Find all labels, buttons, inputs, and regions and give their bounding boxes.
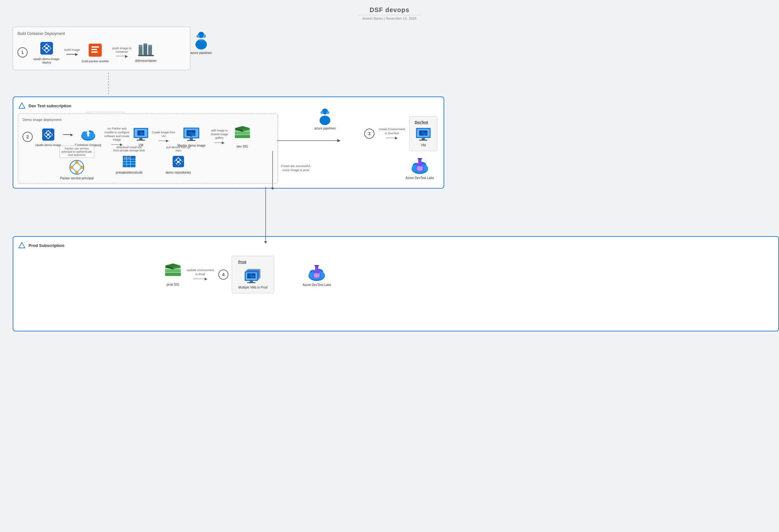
svg-rect-61 xyxy=(187,140,195,141)
update-env-label: Update environment in Prod xyxy=(186,268,215,276)
demo-repos-icon xyxy=(170,153,187,170)
svg-point-30 xyxy=(326,111,329,114)
container-icon xyxy=(137,42,155,58)
prod-label: Prod xyxy=(238,260,267,264)
svg-rect-16 xyxy=(143,44,147,45)
packer-sp-item: Packer use service principal to authenti… xyxy=(59,146,94,180)
svg-rect-19 xyxy=(138,55,154,56)
packer-ansible-item: build-packer-ansible xyxy=(82,42,109,63)
svg-point-28 xyxy=(319,116,330,125)
svg-rect-139 xyxy=(315,266,318,270)
svg-rect-45 xyxy=(87,133,89,136)
svg-marker-116 xyxy=(337,139,341,142)
svg-rect-15 xyxy=(143,44,147,56)
packer-ansible-icon xyxy=(87,42,104,58)
packer-sp-action-label: Packer use service principal to authenti… xyxy=(59,146,94,158)
step-1-circle: 1 xyxy=(17,47,27,57)
dev-sub-header: Dev Test subscription xyxy=(18,102,439,110)
svg-rect-114 xyxy=(418,158,422,159)
repo-label: uipath-demo-image-deploy xyxy=(31,57,62,64)
svg-rect-134 xyxy=(247,282,255,283)
svg-point-22 xyxy=(196,35,199,38)
step-4-circle: 4 xyxy=(218,270,229,280)
dev-sig-label: dev SIG xyxy=(237,145,248,148)
azure-icon-dev xyxy=(18,102,26,110)
svg-text:10: 10 xyxy=(124,157,126,159)
demo-deploy-box: Demo image deployment 2 xyxy=(18,114,278,183)
svg-rect-113 xyxy=(418,159,421,163)
svg-point-79 xyxy=(80,166,83,169)
devtest-vm-label: VM xyxy=(421,143,426,147)
svg-point-77 xyxy=(75,161,78,164)
svg-marker-100 xyxy=(271,188,274,190)
page-title: DSF devops xyxy=(6,6,773,14)
svg-rect-140 xyxy=(314,265,319,266)
devtest-vm-icon xyxy=(415,127,432,142)
prod-sig-item: prod SIG xyxy=(164,263,182,286)
dev-sub-label: Dev Test subscription xyxy=(28,104,71,108)
master-image-icon xyxy=(182,126,200,143)
azure-pipelines-top: azure pipelines xyxy=(190,30,212,55)
demo-repos-label: demo repositories xyxy=(166,171,191,174)
devtest-vm-item: VM xyxy=(415,127,432,147)
container-instance-icon xyxy=(80,127,97,142)
pull-demos-label: pull demos from git repo xyxy=(164,146,193,152)
svg-rect-10 xyxy=(92,46,99,48)
vertical-dev-to-prod xyxy=(265,187,266,244)
vm-icon xyxy=(132,127,149,142)
azure-icon-prod xyxy=(18,241,26,249)
download-action-label: download install kits from private stora… xyxy=(113,146,145,152)
bottom-items: Packer use service principal to authenti… xyxy=(59,146,193,180)
header-subtitle: Andrei Barbu | November 14, 2024 xyxy=(6,16,773,20)
step-2-circle: 2 xyxy=(22,132,33,142)
build-label: build-packer-ansible xyxy=(82,59,109,63)
svg-rect-12 xyxy=(92,51,98,53)
multi-vm-label: Multiple VMs in Prod xyxy=(238,286,267,289)
vertical-to-prod xyxy=(272,151,273,189)
diagram-container: Build Container Deployment 1 xyxy=(6,27,773,532)
demo-repo-item: uipath-demo-image xyxy=(35,127,61,146)
azure-pipelines-icon-top xyxy=(191,30,211,50)
prod-flow-row: prod SIG Update environment in Prod ▶ 4 … xyxy=(164,256,774,293)
demo-repos-item: pull demos from git repo xyxy=(164,146,193,174)
svg-rect-53 xyxy=(137,140,145,140)
azure-devtest-labs-icon-dev xyxy=(410,156,430,175)
build-section-label: Build Container Deployment xyxy=(17,32,186,36)
dashed-connector-top xyxy=(108,73,109,95)
multi-vm-item: Multiple VMs in Prod xyxy=(238,266,267,289)
dev-sig-item: dev SIG xyxy=(234,125,251,148)
add-image-label: add image to shared image gallery xyxy=(207,129,232,140)
prod-box: Prod xyxy=(232,256,274,293)
blob-item: download install kits from private stora… xyxy=(113,146,145,174)
svg-rect-18 xyxy=(148,45,152,47)
blob-icon: 10 01 xyxy=(121,153,137,170)
svg-rect-14 xyxy=(139,45,142,47)
build-section-box: Build Container Deployment 1 xyxy=(13,27,190,70)
svg-rect-13 xyxy=(139,45,142,56)
multi-vm-icon xyxy=(243,266,263,285)
azure-devtest-labs-dev-label: Azure DevTest Labs xyxy=(406,176,434,180)
azure-pipelines-top-label: azure pipelines xyxy=(190,51,212,55)
azure-devtest-labs-icon-prod xyxy=(307,262,326,282)
svg-point-80 xyxy=(75,171,78,174)
svg-point-29 xyxy=(320,111,323,114)
container-item: dsfvmcontainer xyxy=(135,42,157,63)
svg-point-23 xyxy=(203,35,206,38)
push-action-label: push image to container xyxy=(110,46,134,53)
prod-sub-header: Prod Subscription xyxy=(18,241,774,249)
master-image-item: Master demo image xyxy=(177,126,205,147)
create-image-label: Create image from VM xyxy=(151,131,176,138)
dev-subscription-box: Dev Test subscription pull image from co… xyxy=(13,97,444,188)
azure-pipelines-icon-dev xyxy=(315,107,335,126)
packer-action-label: run Packer and Ansible to configure soft… xyxy=(103,127,131,142)
dev-sig-icon xyxy=(234,125,251,144)
page-header: DSF devops Andrei Barbu | November 14, 2… xyxy=(6,6,773,20)
svg-point-78 xyxy=(70,166,73,169)
step-3-circle: 3 xyxy=(364,128,374,139)
demo-repo-label: uipath-demo-image xyxy=(35,143,61,146)
packer-sp-label: Packer service principal xyxy=(60,176,94,180)
svg-rect-119 xyxy=(165,273,181,276)
vm-item: VM xyxy=(132,127,149,147)
devtest-right-area: 3 create Environment in DevTest ▶ DevTes… xyxy=(364,116,437,180)
svg-rect-108 xyxy=(419,140,427,140)
